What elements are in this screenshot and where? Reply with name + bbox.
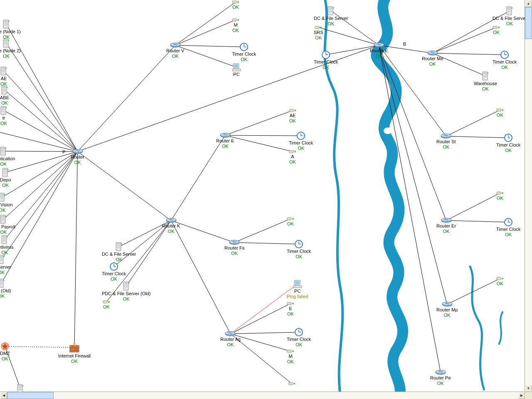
node-warehouse[interactable]: WarehouseOK [474,71,497,92]
node-routerme[interactable]: Router MeOK [422,51,443,67]
node-firewall[interactable]: Internet FirewallOK [58,342,91,364]
node-label: PC [287,289,308,294]
node-ae_r[interactable]: AEOK [289,108,296,124]
node-e[interactable]: EOK [287,301,294,317]
node-routerfs[interactable]: Router FsOK [224,240,244,256]
link-routerst-st_sensor [446,110,500,136]
node-routerv[interactable]: Router VOK [166,43,184,59]
svg-rect-3 [4,23,7,24]
node-label: PC [232,72,241,77]
node-router[interactable]: RouterOK [71,149,84,165]
node-routere1[interactable]: Router EOK [216,133,234,149]
node-antivirus[interactable]: AntivirusOK [0,235,13,255]
node-label: A [289,154,296,159]
node-status: OK [422,61,443,67]
scroll-up-button[interactable]: ▲ [525,0,532,7]
node-tr[interactable]: trOK [0,106,7,126]
node-routerer[interactable]: Router ErOK [436,218,456,234]
node-routere2[interactable]: Router EOK [370,43,388,59]
network-map-canvas[interactable]: base (Node 1)OKbase (Node 2)OKAEOKABEOKt… [0,0,525,392]
node-fs_sensor[interactable]: OK [287,217,294,227]
svg-rect-2 [4,21,7,22]
vscroll-thumb[interactable] [525,7,532,39]
node-dc_k[interactable]: DC & File ServerOK [102,242,136,262]
node-a[interactable]: AOK [289,149,296,165]
scroll-right-button[interactable]: ▶ [518,392,525,399]
node-status: OK [314,35,323,41]
node-status: OK [436,144,456,150]
node-routerst[interactable]: Router StOK [436,134,456,150]
node-status: OK [287,254,311,259]
node-er_sensor[interactable]: OK [496,191,504,201]
node-status: OK [0,100,9,106]
node-clock_v[interactable]: Timer ClockOK [232,43,256,62]
node-routerk[interactable]: Router KOK [162,218,180,234]
node-pc_v[interactable]: PC [232,63,241,77]
scroll-down-button[interactable]: ▼ [525,385,532,392]
svg-point-149 [293,383,295,384]
node-label: M [287,354,294,359]
svg-point-100 [294,110,296,111]
node-routermp[interactable]: Router MpOK [436,302,458,318]
node-auth[interactable]: thenticationOK [0,147,15,167]
link-routere1-ae_r [225,110,293,135]
node-label: Timer Clock [289,140,313,146]
node-okonly_me[interactable]: OK [493,25,500,35]
node-routerpe[interactable]: Router PeOK [430,370,451,386]
node-status: OK [436,313,458,318]
vertical-scrollbar[interactable]: ▲ ▼ [525,0,532,392]
node-mp_sensor[interactable]: OK [496,277,504,286]
node-st_sensor[interactable]: OK [496,108,504,118]
node-pc_ag[interactable]: PCPing failed [287,280,308,299]
node-m[interactable]: MOK [232,18,239,33]
svg-rect-179 [483,73,487,74]
node-srs[interactable]: SRSOK [314,25,323,41]
node-label: use Vision [0,202,13,208]
node-dc_right[interactable]: DC & File ServerOK [493,6,525,27]
node-routerag[interactable]: Router AgOK [220,331,241,348]
node-pdc_k[interactable]: PDC & File Server (Old)OK [102,282,150,302]
node-abe[interactable]: ABEOK [0,86,9,106]
float-p: P [62,149,65,154]
node-clock_er[interactable]: Timer ClockOK [496,218,520,237]
svg-point-182 [487,73,488,74]
node-ae_l[interactable]: AEOK [0,66,7,87]
node-clock_fs[interactable]: Timer ClockOK [287,240,311,259]
node-clock_ag[interactable]: Timer ClockOK [287,328,311,348]
node-clock_k[interactable]: Timer ClockOK [102,262,126,282]
node-okonly_k[interactable]: OK [103,300,110,310]
node-m2[interactable]: MOK [287,349,294,365]
node-status: OK [370,54,388,59]
node-serverold[interactable]: rver (Old)OK [0,279,11,299]
node-clock_st[interactable]: Timer ClockOK [496,134,520,153]
node-clock_me[interactable]: Timer ClockOK [493,51,517,70]
hscroll-track[interactable] [7,392,518,399]
horizontal-scrollbar[interactable]: ◀ ▶ [0,392,525,399]
node-clock_top[interactable]: Timer ClockOK [314,51,338,70]
svg-rect-38 [3,171,7,172]
node-base2[interactable]: base (Node 2)OK [0,39,21,59]
node-dc_top[interactable]: DC & File ServerOK [314,6,348,27]
node-status: Ping failed [287,294,308,299]
node-base1[interactable]: base (Node 1)OK [0,20,21,40]
node-status: OK [0,270,11,275]
node-vision[interactable]: use VisionOK [0,193,13,213]
scroll-left-button[interactable]: ◀ [0,392,7,399]
node-depo[interactable]: DepoOK [0,168,11,188]
node-status: OK [0,294,11,299]
node-dmz[interactable]: DMZOK [0,342,10,362]
svg-rect-24 [2,111,5,112]
svg-point-65 [3,280,5,281]
svg-rect-187 [497,109,501,111]
node-status: OK [0,230,15,235]
hscroll-thumb[interactable] [7,392,54,399]
node-ag_sensor[interactable] [288,382,296,386]
vscroll-track[interactable] [525,7,532,385]
node-clock_e[interactable]: Timer ClockOK [289,132,313,151]
node-okonly_v[interactable]: OK [232,0,239,10]
link-router-ae_l [4,71,78,152]
node-fileserver[interactable]: ile ServerOK [0,255,11,275]
node-proxy[interactable]: ProxyOK [15,384,26,392]
svg-point-5 [8,21,9,22]
node-payroll[interactable]: er & PayrollOK [0,215,15,235]
